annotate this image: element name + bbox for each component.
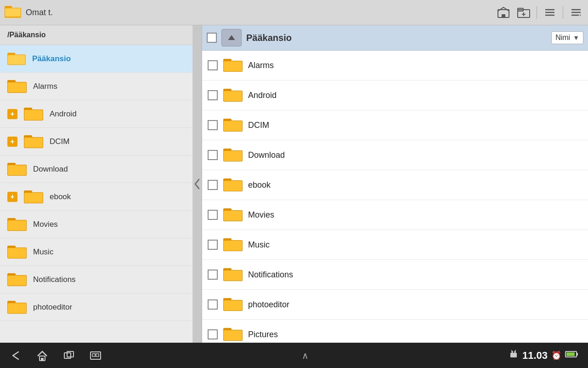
file-checkbox-alarms[interactable] — [208, 60, 218, 70]
file-name-movies: Movies — [248, 210, 582, 220]
file-checkbox-download[interactable] — [208, 150, 218, 160]
current-folder-name: Pääkansio — [246, 33, 547, 43]
svg-rect-79 — [41, 358, 44, 361]
file-row-movies[interactable]: Movies — [202, 200, 588, 230]
sidebar-item-android[interactable]: + Android — [0, 100, 192, 128]
svg-rect-20 — [8, 55, 25, 64]
recent-apps-button[interactable] — [62, 350, 75, 361]
svg-rect-41 — [8, 248, 26, 258]
file-checkbox-photoeditor[interactable] — [208, 299, 218, 310]
file-row-photoeditor[interactable]: photoeditor — [202, 290, 588, 320]
file-folder-icon-android — [223, 87, 243, 104]
home-folder-button[interactable] — [496, 5, 511, 20]
svg-rect-84 — [96, 354, 99, 356]
select-all-checkbox[interactable] — [207, 33, 217, 43]
svg-rect-56 — [224, 121, 242, 131]
svg-line-89 — [515, 350, 516, 351]
sidebar-label-paakansio: Pääkansio — [32, 54, 71, 63]
sidebar-item-alarms[interactable]: Alarms — [0, 73, 192, 100]
sidebar-item-music[interactable]: Music — [0, 238, 192, 266]
file-name-ebook: ebook — [248, 180, 582, 190]
file-row-notifications[interactable]: Notifications — [202, 260, 588, 290]
list-view-button[interactable] — [543, 5, 557, 20]
file-checkbox-android[interactable] — [208, 90, 218, 100]
back-button[interactable] — [9, 350, 22, 361]
file-folder-icon-movies — [223, 207, 243, 223]
sidebar-item-photoeditor[interactable]: photoeditor — [0, 293, 192, 321]
svg-rect-44 — [8, 276, 26, 286]
folder-icon-alarms — [7, 78, 27, 95]
sidebar-item-paakansio[interactable]: Pääkansio — [0, 45, 192, 73]
file-checkbox-dcim[interactable] — [208, 120, 218, 130]
sidebar-item-movies[interactable]: Movies — [0, 211, 192, 238]
file-folder-icon-photoeditor — [223, 296, 243, 313]
sidebar-label-movies: Movies — [33, 220, 58, 229]
expand-badge-android: + — [7, 109, 17, 119]
file-checkbox-notifications[interactable] — [208, 270, 218, 280]
app-title: Omat t. — [26, 8, 53, 17]
file-name-dcim: DCIM — [248, 121, 582, 130]
sidebar-list: Pääkansio Alarms + Android — [0, 45, 192, 343]
file-checkbox-music[interactable] — [208, 240, 218, 250]
svg-rect-35 — [24, 193, 43, 203]
file-folder-icon-ebook — [223, 177, 243, 193]
file-checkbox-pictures[interactable] — [208, 329, 218, 339]
file-row-download[interactable]: Download — [202, 140, 588, 170]
bottom-bar: ∧ 11.03 ⏰ — [0, 343, 588, 368]
toolbar-divider-2 — [563, 6, 563, 19]
file-row-pictures[interactable]: Pictures — [202, 320, 588, 343]
file-folder-icon-alarms — [223, 57, 243, 74]
folder-icon-android — [24, 106, 43, 122]
expand-badge-dcim: + — [7, 137, 17, 147]
file-row-alarms[interactable]: Alarms — [202, 51, 588, 80]
toolbar-divider — [537, 6, 537, 19]
file-checkbox-movies[interactable] — [208, 210, 218, 220]
top-bar-left: Omat t. — [5, 4, 53, 21]
svg-rect-29 — [24, 138, 43, 148]
file-list: Alarms Android DCIM — [202, 51, 588, 343]
screenshot-button[interactable] — [89, 350, 102, 361]
sidebar-path: /Pääkansio — [0, 25, 192, 45]
svg-point-87 — [514, 351, 516, 353]
sort-dropdown[interactable]: Nimi ▼ — [551, 31, 583, 44]
up-arrow-icon: ∧ — [302, 350, 309, 361]
file-row-android[interactable]: Android — [202, 80, 588, 110]
file-folder-icon-music — [223, 236, 243, 253]
file-folder-icon-download — [223, 147, 243, 163]
right-panel-header: Pääkansio Nimi ▼ — [202, 25, 588, 51]
file-name-download: Download — [248, 150, 582, 160]
svg-rect-91 — [566, 352, 575, 356]
file-checkbox-ebook[interactable] — [208, 180, 218, 190]
bottom-right: 11.03 ⏰ — [509, 349, 579, 362]
svg-rect-68 — [224, 241, 242, 251]
file-row-dcim[interactable]: DCIM — [202, 110, 588, 140]
new-folder-button[interactable] — [516, 5, 531, 20]
sidebar-collapse-button[interactable] — [193, 25, 202, 343]
menu-button[interactable] — [569, 5, 583, 20]
file-folder-icon-dcim — [223, 117, 243, 133]
folder-icon-ebook — [24, 189, 43, 205]
sidebar-label-ebook: ebook — [50, 192, 71, 201]
android-status-icon — [509, 349, 519, 362]
sidebar-item-ebook[interactable]: + ebook — [0, 183, 192, 211]
svg-line-88 — [511, 350, 512, 351]
alarm-icon: ⏰ — [551, 351, 561, 361]
sidebar-item-dcim[interactable]: + DCIM — [0, 128, 192, 155]
sidebar-item-notifications[interactable]: Notifications — [0, 266, 192, 293]
sort-arrow-icon: ▼ — [573, 34, 579, 41]
sidebar-item-download[interactable]: Download — [0, 155, 192, 183]
folder-icon-music — [7, 244, 27, 260]
folder-icon-notifications — [7, 271, 27, 288]
svg-rect-23 — [8, 82, 26, 92]
sidebar-label-download: Download — [33, 165, 68, 174]
svg-point-86 — [511, 351, 513, 353]
file-name-photoeditor: photoeditor — [248, 300, 582, 310]
file-row-ebook[interactable]: ebook — [202, 170, 588, 200]
svg-rect-65 — [224, 211, 242, 221]
file-name-pictures: Pictures — [248, 330, 582, 339]
expand-badge-ebook: + — [7, 192, 17, 202]
sidebar-label-dcim: DCIM — [50, 137, 69, 146]
home-button[interactable] — [36, 350, 49, 362]
navigate-up-button[interactable] — [221, 29, 242, 46]
file-row-music[interactable]: Music — [202, 230, 588, 260]
